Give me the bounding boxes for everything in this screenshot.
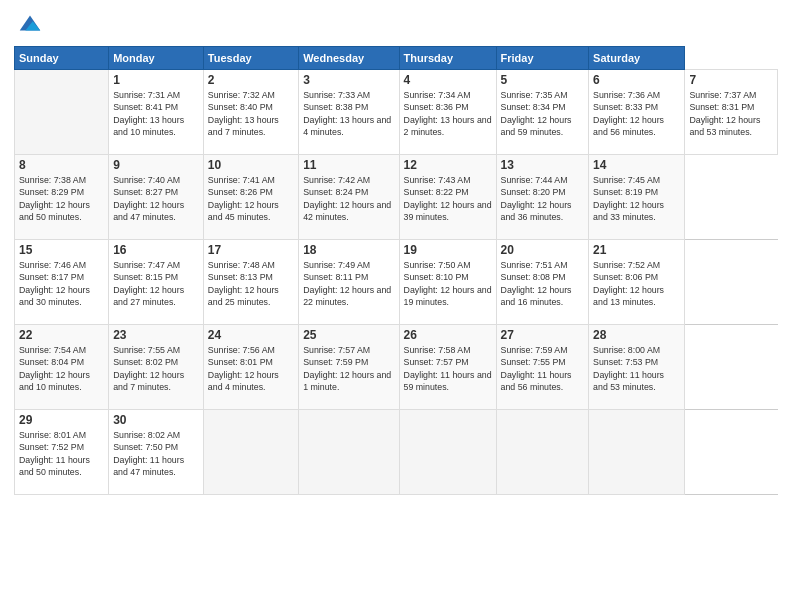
weekday-header-monday: Monday	[109, 47, 204, 70]
calendar-cell: 15Sunrise: 7:46 AMSunset: 8:17 PMDayligh…	[15, 240, 109, 325]
day-number: 15	[19, 243, 104, 257]
day-info: Sunrise: 7:31 AMSunset: 8:41 PMDaylight:…	[113, 90, 184, 137]
calendar-week-1: 8Sunrise: 7:38 AMSunset: 8:29 PMDaylight…	[15, 155, 778, 240]
calendar-cell	[203, 410, 298, 495]
weekday-header-wednesday: Wednesday	[299, 47, 399, 70]
weekday-header-sunday: Sunday	[15, 47, 109, 70]
day-info: Sunrise: 7:57 AMSunset: 7:59 PMDaylight:…	[303, 345, 391, 392]
day-number: 27	[501, 328, 585, 342]
logo	[14, 10, 44, 38]
day-info: Sunrise: 7:45 AMSunset: 8:19 PMDaylight:…	[593, 175, 664, 222]
day-info: Sunrise: 7:37 AMSunset: 8:31 PMDaylight:…	[689, 90, 760, 137]
day-number: 5	[501, 73, 585, 87]
weekday-header-saturday: Saturday	[589, 47, 685, 70]
day-number: 28	[593, 328, 680, 342]
day-info: Sunrise: 8:02 AMSunset: 7:50 PMDaylight:…	[113, 430, 184, 477]
day-info: Sunrise: 7:33 AMSunset: 8:38 PMDaylight:…	[303, 90, 391, 137]
day-info: Sunrise: 7:41 AMSunset: 8:26 PMDaylight:…	[208, 175, 279, 222]
day-number: 20	[501, 243, 585, 257]
calendar-cell: 8Sunrise: 7:38 AMSunset: 8:29 PMDaylight…	[15, 155, 109, 240]
day-number: 23	[113, 328, 199, 342]
calendar-cell: 18Sunrise: 7:49 AMSunset: 8:11 PMDayligh…	[299, 240, 399, 325]
day-number: 18	[303, 243, 394, 257]
weekday-header-thursday: Thursday	[399, 47, 496, 70]
day-number: 16	[113, 243, 199, 257]
calendar-cell: 10Sunrise: 7:41 AMSunset: 8:26 PMDayligh…	[203, 155, 298, 240]
weekday-header-tuesday: Tuesday	[203, 47, 298, 70]
calendar-cell: 5Sunrise: 7:35 AMSunset: 8:34 PMDaylight…	[496, 70, 589, 155]
day-number: 17	[208, 243, 294, 257]
calendar-cell: 21Sunrise: 7:52 AMSunset: 8:06 PMDayligh…	[589, 240, 685, 325]
calendar-cell: 26Sunrise: 7:58 AMSunset: 7:57 PMDayligh…	[399, 325, 496, 410]
calendar-table: SundayMondayTuesdayWednesdayThursdayFrid…	[14, 46, 778, 495]
calendar-cell: 20Sunrise: 7:51 AMSunset: 8:08 PMDayligh…	[496, 240, 589, 325]
day-number: 10	[208, 158, 294, 172]
calendar-header-row: SundayMondayTuesdayWednesdayThursdayFrid…	[15, 47, 778, 70]
day-info: Sunrise: 7:51 AMSunset: 8:08 PMDaylight:…	[501, 260, 572, 307]
day-info: Sunrise: 7:35 AMSunset: 8:34 PMDaylight:…	[501, 90, 572, 137]
calendar-cell: 12Sunrise: 7:43 AMSunset: 8:22 PMDayligh…	[399, 155, 496, 240]
day-number: 9	[113, 158, 199, 172]
calendar-cell: 25Sunrise: 7:57 AMSunset: 7:59 PMDayligh…	[299, 325, 399, 410]
calendar-cell	[496, 410, 589, 495]
day-number: 3	[303, 73, 394, 87]
day-info: Sunrise: 7:55 AMSunset: 8:02 PMDaylight:…	[113, 345, 184, 392]
logo-icon	[16, 10, 44, 38]
day-info: Sunrise: 7:47 AMSunset: 8:15 PMDaylight:…	[113, 260, 184, 307]
calendar-cell: 9Sunrise: 7:40 AMSunset: 8:27 PMDaylight…	[109, 155, 204, 240]
day-info: Sunrise: 7:38 AMSunset: 8:29 PMDaylight:…	[19, 175, 90, 222]
day-info: Sunrise: 7:36 AMSunset: 8:33 PMDaylight:…	[593, 90, 664, 137]
day-number: 11	[303, 158, 394, 172]
day-number: 19	[404, 243, 492, 257]
day-number: 24	[208, 328, 294, 342]
calendar-cell	[399, 410, 496, 495]
day-info: Sunrise: 7:43 AMSunset: 8:22 PMDaylight:…	[404, 175, 492, 222]
day-info: Sunrise: 7:42 AMSunset: 8:24 PMDaylight:…	[303, 175, 391, 222]
page-header	[14, 10, 778, 38]
calendar-cell: 16Sunrise: 7:47 AMSunset: 8:15 PMDayligh…	[109, 240, 204, 325]
day-number: 1	[113, 73, 199, 87]
day-info: Sunrise: 7:58 AMSunset: 7:57 PMDaylight:…	[404, 345, 492, 392]
day-info: Sunrise: 7:49 AMSunset: 8:11 PMDaylight:…	[303, 260, 391, 307]
weekday-header-friday: Friday	[496, 47, 589, 70]
calendar-week-2: 15Sunrise: 7:46 AMSunset: 8:17 PMDayligh…	[15, 240, 778, 325]
day-info: Sunrise: 7:54 AMSunset: 8:04 PMDaylight:…	[19, 345, 90, 392]
day-info: Sunrise: 7:40 AMSunset: 8:27 PMDaylight:…	[113, 175, 184, 222]
calendar-cell: 13Sunrise: 7:44 AMSunset: 8:20 PMDayligh…	[496, 155, 589, 240]
calendar-page: SundayMondayTuesdayWednesdayThursdayFrid…	[0, 0, 792, 612]
calendar-cell	[299, 410, 399, 495]
day-number: 12	[404, 158, 492, 172]
calendar-cell: 28Sunrise: 8:00 AMSunset: 7:53 PMDayligh…	[589, 325, 685, 410]
calendar-cell: 22Sunrise: 7:54 AMSunset: 8:04 PMDayligh…	[15, 325, 109, 410]
calendar-cell: 3Sunrise: 7:33 AMSunset: 8:38 PMDaylight…	[299, 70, 399, 155]
day-number: 29	[19, 413, 104, 427]
calendar-week-0: 1Sunrise: 7:31 AMSunset: 8:41 PMDaylight…	[15, 70, 778, 155]
day-info: Sunrise: 7:56 AMSunset: 8:01 PMDaylight:…	[208, 345, 279, 392]
day-info: Sunrise: 7:46 AMSunset: 8:17 PMDaylight:…	[19, 260, 90, 307]
calendar-cell: 7Sunrise: 7:37 AMSunset: 8:31 PMDaylight…	[685, 70, 778, 155]
day-number: 25	[303, 328, 394, 342]
day-number: 26	[404, 328, 492, 342]
day-number: 4	[404, 73, 492, 87]
day-number: 8	[19, 158, 104, 172]
day-number: 2	[208, 73, 294, 87]
calendar-cell	[589, 410, 685, 495]
day-number: 7	[689, 73, 773, 87]
calendar-week-3: 22Sunrise: 7:54 AMSunset: 8:04 PMDayligh…	[15, 325, 778, 410]
calendar-cell: 24Sunrise: 7:56 AMSunset: 8:01 PMDayligh…	[203, 325, 298, 410]
calendar-week-4: 29Sunrise: 8:01 AMSunset: 7:52 PMDayligh…	[15, 410, 778, 495]
calendar-cell: 6Sunrise: 7:36 AMSunset: 8:33 PMDaylight…	[589, 70, 685, 155]
calendar-cell: 19Sunrise: 7:50 AMSunset: 8:10 PMDayligh…	[399, 240, 496, 325]
calendar-body: 1Sunrise: 7:31 AMSunset: 8:41 PMDaylight…	[15, 70, 778, 495]
day-number: 6	[593, 73, 680, 87]
calendar-cell: 1Sunrise: 7:31 AMSunset: 8:41 PMDaylight…	[109, 70, 204, 155]
calendar-cell: 29Sunrise: 8:01 AMSunset: 7:52 PMDayligh…	[15, 410, 109, 495]
day-info: Sunrise: 7:59 AMSunset: 7:55 PMDaylight:…	[501, 345, 572, 392]
calendar-cell	[15, 70, 109, 155]
calendar-cell: 30Sunrise: 8:02 AMSunset: 7:50 PMDayligh…	[109, 410, 204, 495]
day-number: 14	[593, 158, 680, 172]
day-info: Sunrise: 7:34 AMSunset: 8:36 PMDaylight:…	[404, 90, 492, 137]
calendar-cell: 17Sunrise: 7:48 AMSunset: 8:13 PMDayligh…	[203, 240, 298, 325]
day-number: 30	[113, 413, 199, 427]
calendar-cell: 23Sunrise: 7:55 AMSunset: 8:02 PMDayligh…	[109, 325, 204, 410]
